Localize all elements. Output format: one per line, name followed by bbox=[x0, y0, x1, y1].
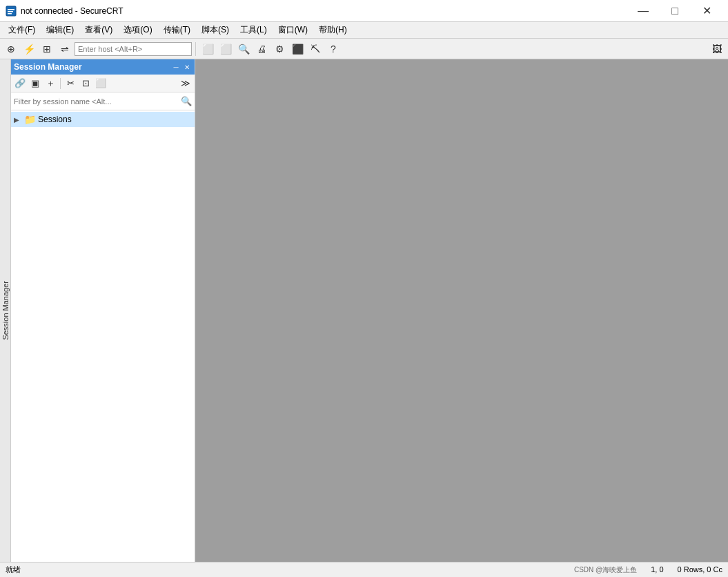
toolbar-paste-btn[interactable]: ⬜ bbox=[217, 41, 234, 57]
toolbar-print-btn[interactable]: 🖨 bbox=[253, 41, 270, 57]
menu-bar: 文件(F)编辑(E)查看(V)选项(O)传输(T)脚本(S)工具(L)窗口(W)… bbox=[0, 22, 728, 39]
content-area bbox=[195, 59, 728, 562]
minimize-button[interactable]: — bbox=[627, 0, 659, 22]
toolbar-lightning-btn[interactable]: ⚡ bbox=[21, 41, 37, 57]
sm-session-props-btn[interactable]: ▣ bbox=[28, 77, 42, 90]
host-input[interactable] bbox=[75, 42, 192, 56]
status-rows-cols: 0 Rows, 0 Cc bbox=[678, 565, 722, 575]
svg-rect-2 bbox=[8, 11, 13, 12]
sm-titlebar: Session Manager ─ ✕ bbox=[11, 59, 195, 75]
menu-item-文件f[interactable]: 文件(F) bbox=[3, 23, 41, 37]
menu-item-选项o[interactable]: 选项(O) bbox=[118, 23, 157, 37]
menu-item-脚本s[interactable]: 脚本(S) bbox=[196, 23, 235, 37]
svg-rect-1 bbox=[8, 9, 14, 10]
sm-search-input[interactable] bbox=[14, 97, 178, 106]
maximize-button[interactable]: □ bbox=[659, 0, 691, 22]
menu-item-传输t[interactable]: 传输(T) bbox=[158, 23, 196, 37]
sm-copy-btn[interactable]: ⊡ bbox=[79, 77, 92, 90]
sm-connect-btn[interactable]: 🔗 bbox=[13, 77, 27, 90]
menu-item-窗口w[interactable]: 窗口(W) bbox=[273, 23, 313, 37]
title-bar: not connected - SecureCRT — □ ✕ bbox=[0, 0, 728, 22]
window-title: not connected - SecureCRT bbox=[21, 6, 124, 16]
sm-toolbar: 🔗 ▣ ＋ ✂ ⊡ ⬜ ≫ bbox=[11, 75, 195, 92]
close-button[interactable]: ✕ bbox=[691, 0, 722, 22]
title-controls: — □ ✕ bbox=[627, 0, 722, 22]
toolbar-image-btn[interactable]: 🖼 bbox=[709, 41, 725, 57]
sm-close-button[interactable]: ✕ bbox=[182, 62, 192, 72]
toolbar-copy-btn[interactable]: ⬜ bbox=[199, 41, 216, 57]
sm-title-controls: ─ ✕ bbox=[171, 62, 192, 72]
menu-item-编辑e[interactable]: 编辑(E) bbox=[41, 23, 79, 37]
sm-tree: ▶ 📁 Sessions bbox=[11, 110, 195, 562]
sm-search-bar: 🔍 bbox=[11, 92, 195, 110]
title-left: not connected - SecureCRT bbox=[6, 6, 124, 17]
menu-item-帮助h[interactable]: 帮助(H) bbox=[313, 23, 353, 37]
folder-icon: 📁 bbox=[24, 114, 36, 125]
svg-rect-3 bbox=[8, 13, 12, 14]
toolbar-find-btn[interactable]: 🔍 bbox=[235, 41, 252, 57]
session-manager-panel: Session Manager ─ ✕ 🔗 ▣ ＋ ✂ ⊡ ⬜ ≫ 🔍 ▶ bbox=[11, 59, 195, 562]
toolbar-settings-btn[interactable]: ⚙ bbox=[271, 41, 288, 57]
side-tab-label: Session Manager bbox=[1, 281, 10, 340]
watermark: CSDN @海映爱上鱼 bbox=[574, 565, 637, 575]
toolbar-separator-1 bbox=[195, 42, 196, 56]
app-icon bbox=[6, 6, 17, 17]
sm-more-btn[interactable]: ≫ bbox=[179, 77, 193, 90]
status-coords: 1, 0 bbox=[651, 565, 663, 575]
side-tab[interactable]: Session Manager bbox=[0, 59, 11, 562]
sm-pin-button[interactable]: ─ bbox=[171, 62, 181, 72]
sm-paste-btn[interactable]: ⬜ bbox=[94, 77, 108, 90]
tree-item-sessions[interactable]: ▶ 📁 Sessions bbox=[11, 112, 195, 127]
toolbar-filter-btn[interactable]: ⛏ bbox=[307, 41, 324, 57]
sm-toolbar-sep bbox=[60, 78, 61, 89]
tree-expand-arrow[interactable]: ▶ bbox=[14, 116, 22, 124]
toolbar-keymap-btn[interactable]: ⬛ bbox=[289, 41, 306, 57]
status-right: CSDN @海映爱上鱼 1, 0 0 Rows, 0 Cc bbox=[574, 565, 722, 575]
sm-new-session-btn[interactable]: ＋ bbox=[43, 77, 57, 90]
menu-item-查看v[interactable]: 查看(V) bbox=[79, 23, 118, 37]
toolbar-clone-btn[interactable]: ⇌ bbox=[57, 41, 73, 57]
status-text: 就绪 bbox=[6, 565, 21, 575]
toolbar-reconnect-btn[interactable]: ⊞ bbox=[39, 41, 55, 57]
status-bar: 就绪 CSDN @海映爱上鱼 1, 0 0 Rows, 0 Cc bbox=[0, 562, 728, 577]
sm-cut-btn[interactable]: ✂ bbox=[63, 77, 77, 90]
toolbar-help-btn[interactable]: ? bbox=[325, 41, 342, 57]
tree-item-label: Sessions bbox=[38, 115, 72, 124]
sm-search-icon[interactable]: 🔍 bbox=[181, 96, 192, 106]
toolbar-connect-btn[interactable]: ⊕ bbox=[3, 41, 19, 57]
sm-title: Session Manager bbox=[14, 62, 82, 72]
main-area: Session Manager Session Manager ─ ✕ 🔗 ▣ … bbox=[0, 59, 728, 562]
toolbar: ⊕ ⚡ ⊞ ⇌ ⬜ ⬜ 🔍 🖨 ⚙ ⬛ ⛏ ? 🖼 bbox=[0, 39, 728, 59]
menu-item-工具l[interactable]: 工具(L) bbox=[235, 23, 273, 37]
